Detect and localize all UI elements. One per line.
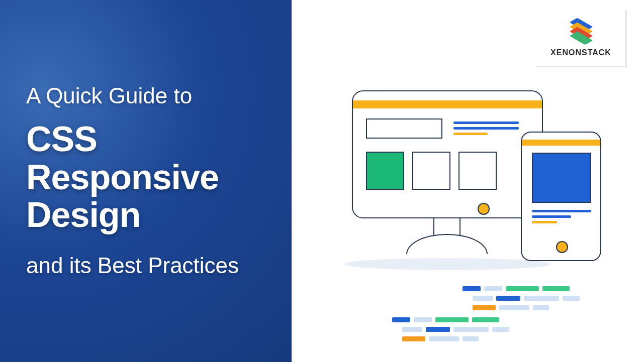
shadow-ellipse [344, 258, 550, 270]
heading-main: CSS Responsive Design [26, 120, 266, 234]
right-panel: XENONSTACK [292, 0, 644, 362]
monitor-icon [352, 90, 543, 218]
heading-pre: A Quick Guide to [26, 83, 266, 109]
brand-logo: XENONSTACK [536, 10, 627, 67]
devices-illustration [317, 90, 618, 271]
code-decoration-2 [392, 317, 509, 341]
left-panel: A Quick Guide to CSS Responsive Design a… [0, 0, 292, 362]
code-decoration-1 [463, 286, 580, 310]
heading-post: and its Best Practices [26, 253, 266, 279]
phone-icon [521, 132, 601, 261]
monitor-base [406, 234, 488, 254]
brand-name: XENONSTACK [550, 48, 611, 57]
banner-container: A Quick Guide to CSS Responsive Design a… [0, 0, 644, 362]
stack-icon [570, 19, 592, 43]
